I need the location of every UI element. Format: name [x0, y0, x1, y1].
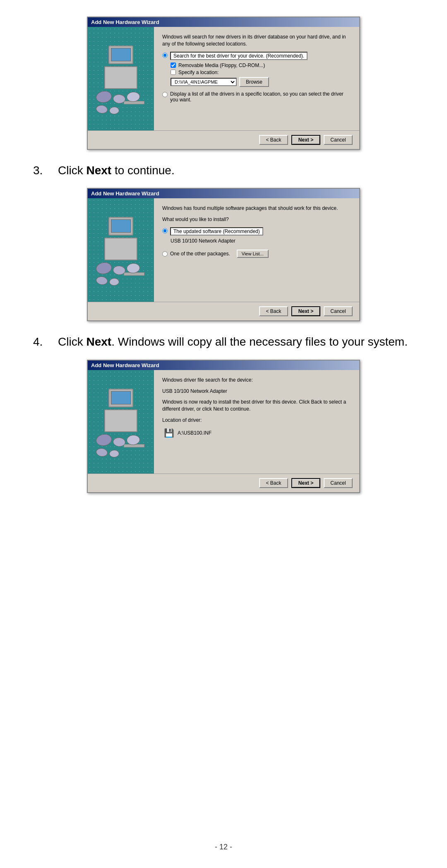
wizard-2-back-button[interactable]: < Back [259, 306, 288, 316]
wizard-2-radio-group: The updated software (Recommended) USB 1… [162, 227, 351, 258]
wizard-1-titlebar: Add New Hardware Wizard [88, 17, 359, 27]
wizard-2-content: Windows has found multiple software pack… [154, 198, 359, 302]
step-4-text-before: Click [58, 335, 86, 348]
wizard-3-footer: < Back Next > Cancel [88, 474, 359, 492]
wizard-1-content: Windows will search for new drivers in i… [154, 27, 359, 130]
wizard-1-checkbox2-input[interactable] [171, 70, 176, 75]
wizard-1-image [88, 27, 154, 130]
wizard-1-radio1-label: Search for the best driver for your devi… [170, 52, 308, 60]
step-4-text-middle: . Windows will copy all the necessary fi… [111, 335, 408, 348]
step-3-text: Click Next to continue. [58, 163, 175, 178]
wizard-3-body-text: Windows is now ready to install the best… [162, 399, 351, 413]
wizard-3-next-button[interactable]: Next > [291, 478, 320, 488]
wizard-1-radio2-input[interactable] [162, 92, 168, 97]
wizard-3-location-row: 💾 A:\USB100.INF [164, 428, 351, 438]
wizard-1-radio2-label: Display a list of all the drivers in a s… [170, 91, 351, 103]
wizard-2-footer: < Back Next > Cancel [88, 302, 359, 320]
wizard-3-device-name: USB 10/100 Network Adapter [162, 388, 351, 395]
wizard-2-cancel-button[interactable]: Cancel [324, 306, 353, 316]
wizard-1-radio1[interactable]: Search for the best driver for your devi… [162, 52, 351, 61]
wizard-1-checkbox1[interactable]: Removable Media (Floppy, CD-ROM...) [171, 63, 351, 68]
step-3-text-after: to continue. [111, 164, 175, 177]
wizard-1-title: Add New Hardware Wizard [91, 19, 159, 25]
wizard-3-cancel-button[interactable]: Cancel [324, 478, 353, 488]
wizard-3-titlebar: Add New Hardware Wizard [88, 361, 359, 370]
wizard-2-view-list-button[interactable]: View List... [237, 250, 269, 258]
wizard-3-line1: Windows driver file search for the devic… [162, 377, 351, 384]
wizard-3-location-label: Location of driver: [162, 417, 351, 424]
wizard-1-next-button[interactable]: Next > [291, 135, 320, 145]
wizard-1-checkbox1-input[interactable] [171, 63, 176, 68]
wizard-1-back-button[interactable]: < Back [259, 135, 288, 145]
wizard-2-radio2[interactable]: One of the other packages. View List... [162, 250, 351, 258]
wizard-2-radio1-label: The updated software (Recommended) [170, 227, 263, 236]
wizard-2-next-button[interactable]: Next > [291, 306, 320, 316]
wizard-1-radio-group: Search for the best driver for your devi… [162, 52, 351, 103]
wizard-1-location-row: D:\VIA_4IN1\AGPME Browse [171, 77, 351, 87]
page-number: - 12 - [215, 826, 232, 851]
wizard-2-radio2-input[interactable] [162, 251, 168, 257]
wizard-1-body-text: Windows will search for new drivers in i… [162, 34, 351, 48]
wizard-2-image [88, 198, 154, 302]
wizard-2-intro: Windows has found multiple software pack… [162, 205, 351, 212]
step-3-bold: Next [86, 164, 111, 177]
wizard-3-back-button[interactable]: < Back [259, 478, 288, 488]
wizard-1: Add New Hardware Wizard [87, 17, 360, 150]
wizard-2: Add New Hardware Wizard [87, 188, 360, 321]
step-4-text: Click Next. Windows will copy all the ne… [58, 334, 408, 349]
wizard-2-radio1-input[interactable] [162, 228, 168, 233]
wizard-2-device-name: USB 10/100 Network Adapter [171, 238, 351, 244]
step-3: 3. Click Next to continue. [33, 163, 414, 178]
wizard-3-location-value: A:\USB100.INF [178, 430, 211, 436]
wizard-2-title: Add New Hardware Wizard [91, 190, 159, 197]
wizard-1-location-select[interactable]: D:\VIA_4IN1\AGPME [171, 78, 237, 86]
step-4-number: 4. [33, 334, 58, 349]
wizard-2-radio2-label: One of the other packages. [170, 251, 230, 257]
step-4: 4. Click Next. Windows will copy all the… [33, 334, 414, 349]
wizard-1-checkbox1-label: Removable Media (Floppy, CD-ROM...) [178, 63, 265, 68]
wizard-3-image [88, 370, 154, 474]
wizard-1-browse-button[interactable]: Browse [239, 77, 269, 87]
wizard-1-radio1-input[interactable] [162, 53, 168, 58]
wizard-1-radio2[interactable]: Display a list of all the drivers in a s… [162, 91, 351, 103]
wizard-2-titlebar: Add New Hardware Wizard [88, 189, 359, 198]
wizard-3-content: Windows driver file search for the devic… [154, 370, 359, 474]
wizard-2-radio1[interactable]: The updated software (Recommended) [162, 227, 351, 236]
wizard-1-checkbox2[interactable]: Specify a location: [171, 70, 351, 75]
drive-icon: 💾 [164, 428, 174, 438]
wizard-2-question: What would you like to install? [162, 216, 351, 223]
step-4-bold: Next [86, 335, 111, 348]
wizard-3-title: Add New Hardware Wizard [91, 362, 159, 368]
wizard-1-checkbox2-label: Specify a location: [178, 70, 219, 75]
step-3-number: 3. [33, 163, 58, 177]
wizard-1-footer: < Back Next > Cancel [88, 130, 359, 149]
wizard-1-cancel-button[interactable]: Cancel [324, 135, 353, 145]
wizard-3: Add New Hardware Wizard [87, 360, 360, 493]
step-3-text-before: Click [58, 164, 86, 177]
